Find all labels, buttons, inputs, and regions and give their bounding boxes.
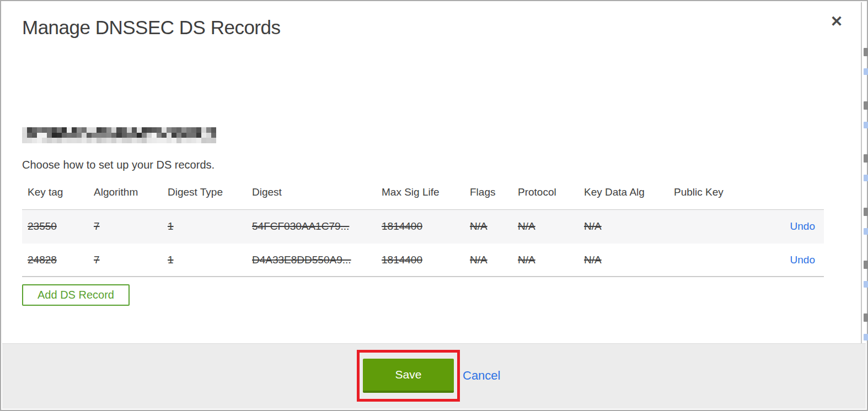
modal-right-edge-divider [861, 2, 862, 345]
ds-records-table: Key tag Algorithm Digest Type Digest Max… [22, 181, 824, 277]
col-header-key-tag: Key tag [22, 181, 88, 209]
background-text-fragment [864, 261, 868, 269]
col-header-algorithm: Algorithm [88, 181, 162, 209]
cell-digest-type: 1 [162, 244, 247, 277]
background-text-fragment [864, 68, 868, 75]
close-icon[interactable]: ✕ [827, 12, 846, 31]
background-text-fragment [864, 334, 868, 340]
undo-link[interactable]: Undo [790, 254, 815, 266]
save-button[interactable]: Save [363, 359, 454, 393]
modal-footer: Save Cancel [2, 343, 866, 409]
background-page-strip [864, 1, 868, 345]
dnssec-modal: Manage DNSSEC DS Records ✕ Choose how to… [0, 0, 868, 411]
background-text-fragment [864, 208, 868, 216]
cell-public-key [668, 209, 746, 244]
background-text-fragment [864, 48, 868, 56]
table-row: 23550 7 1 54FCF030AA1C79... 1814400 N/A … [22, 209, 824, 244]
cell-algorithm: 7 [88, 244, 162, 277]
cancel-link[interactable]: Cancel [463, 367, 500, 384]
col-header-digest-type: Digest Type [162, 181, 247, 209]
background-text-fragment [864, 122, 868, 128]
cell-flags: N/A [464, 209, 512, 244]
table-row: 24828 7 1 D4A33E8DD550A9... 1814400 N/A … [22, 244, 824, 277]
cell-key-data-alg: N/A [578, 209, 668, 244]
cell-key-tag: 24828 [22, 244, 88, 277]
col-header-key-data-alg: Key Data Alg [578, 181, 668, 209]
col-header-max-sig-life: Max Sig Life [376, 181, 464, 209]
col-header-protocol: Protocol [512, 181, 578, 209]
background-text-fragment [864, 175, 868, 181]
annotation-highlight-box: Save [357, 350, 460, 402]
cell-protocol: N/A [512, 209, 578, 244]
page-title: Manage DNSSEC DS Records [22, 17, 280, 39]
background-text-fragment [864, 313, 868, 322]
col-header-actions [746, 181, 824, 209]
redacted-domain-name [22, 127, 216, 143]
background-text-fragment [864, 101, 868, 110]
col-header-public-key: Public Key [668, 181, 746, 209]
intro-text: Choose how to set up your DS records. [22, 159, 215, 171]
cell-protocol: N/A [512, 244, 578, 277]
col-header-flags: Flags [464, 181, 512, 209]
background-text-fragment [864, 154, 868, 163]
undo-link[interactable]: Undo [790, 220, 815, 232]
cell-key-data-alg: N/A [578, 244, 668, 277]
cell-digest: D4A33E8DD550A9... [247, 244, 376, 277]
background-text-fragment [864, 281, 868, 288]
background-text-fragment [864, 228, 868, 235]
cell-flags: N/A [464, 244, 512, 277]
cell-digest: 54FCF030AA1C79... [247, 209, 376, 244]
col-header-digest: Digest [247, 181, 376, 209]
cell-max-sig-life: 1814400 [376, 209, 464, 244]
cell-digest-type: 1 [162, 209, 247, 244]
cell-action: Undo [746, 209, 824, 244]
table-header-row: Key tag Algorithm Digest Type Digest Max… [22, 181, 824, 209]
cell-public-key [668, 244, 746, 277]
cell-action: Undo [746, 244, 824, 277]
cell-algorithm: 7 [88, 209, 162, 244]
cell-key-tag: 23550 [22, 209, 88, 244]
add-ds-record-button[interactable]: Add DS Record [22, 284, 130, 306]
cell-max-sig-life: 1814400 [376, 244, 464, 277]
